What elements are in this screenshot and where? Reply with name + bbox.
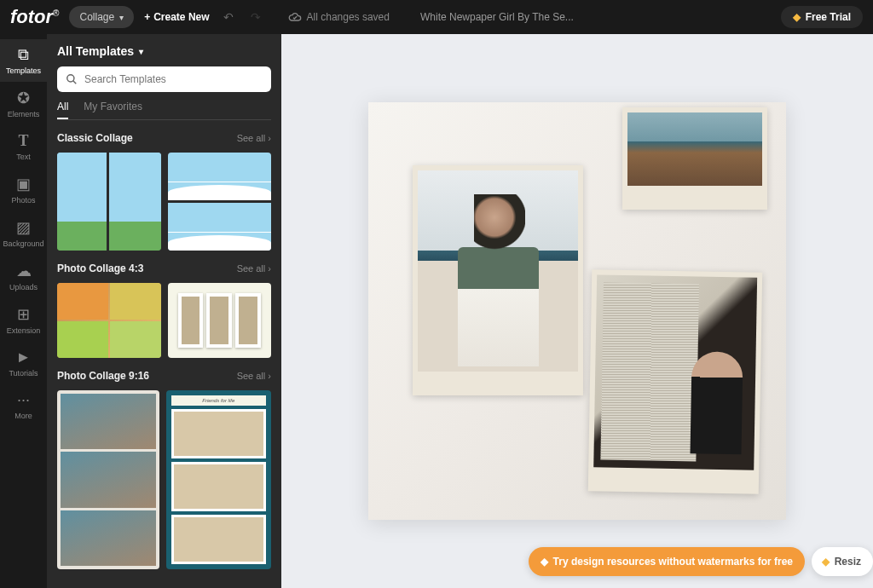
artboard[interactable]: [368, 102, 786, 520]
templates-panel: All Templates ▾ All My Favorites Classic…: [47, 34, 281, 588]
search-box[interactable]: [57, 66, 271, 92]
section-photo-43: Photo Collage 4:3 See all ›: [57, 262, 271, 274]
diamond-icon: ◆: [541, 556, 548, 568]
elements-icon: ✪: [17, 89, 30, 107]
template-thumb[interactable]: [168, 153, 272, 251]
panel-tabs: All My Favorites: [57, 101, 271, 120]
mode-dropdown[interactable]: Collage ▾: [69, 6, 134, 28]
photos-icon: ▣: [16, 175, 31, 193]
svg-point-0: [67, 75, 74, 82]
search-icon: [66, 73, 78, 85]
nav-text[interactable]: TText: [0, 125, 47, 168]
template-thumb[interactable]: [57, 390, 159, 569]
nav-templates[interactable]: ⧉Templates: [0, 39, 47, 82]
section-photo-916: Photo Collage 9:16 See all ›: [57, 370, 271, 382]
nav-elements[interactable]: ✪Elements: [0, 82, 47, 125]
diamond-icon: ◆: [793, 11, 801, 23]
uploads-icon: ☁: [16, 262, 32, 280]
nav-more[interactable]: ···More: [0, 384, 47, 427]
diamond-icon: ◆: [822, 556, 830, 568]
tab-favorites[interactable]: My Favorites: [84, 101, 142, 119]
redo-button[interactable]: ↷: [247, 10, 264, 24]
template-thumb[interactable]: [57, 153, 161, 251]
collage-photo-girl[interactable]: [413, 165, 583, 395]
template-thumb[interactable]: Friends for life: [166, 390, 272, 569]
chevron-down-icon: ▾: [139, 47, 143, 56]
free-trial-button[interactable]: ◆ Free Trial: [781, 6, 863, 28]
panel-title-dropdown[interactable]: All Templates ▾: [57, 44, 271, 58]
search-input[interactable]: [84, 73, 263, 85]
see-all-916[interactable]: See all ›: [237, 371, 271, 381]
collage-photo-coast[interactable]: [622, 107, 767, 210]
collage-photo-newspaper[interactable]: [588, 269, 763, 493]
undo-button[interactable]: ↶: [220, 10, 237, 24]
text-icon: T: [18, 132, 28, 150]
chevron-right-icon: ›: [268, 263, 271, 274]
create-new-button[interactable]: + Create New: [144, 11, 209, 23]
resize-button[interactable]: ◆ Resiz: [812, 547, 873, 576]
chevron-right-icon: ›: [268, 371, 271, 381]
canvas-area[interactable]: ◆ Try design resources without watermark…: [281, 34, 873, 588]
nav-tutorials[interactable]: ►Tutorials: [0, 342, 47, 384]
nav-extension[interactable]: ⊞Extension: [0, 298, 47, 342]
nav-uploads[interactable]: ☁Uploads: [0, 255, 47, 298]
more-icon: ···: [17, 391, 30, 409]
chevron-right-icon: ›: [268, 133, 271, 143]
template-thumb[interactable]: [57, 283, 161, 358]
see-all-classic[interactable]: See all ›: [237, 133, 271, 143]
see-all-43[interactable]: See all ›: [237, 263, 271, 274]
template-thumb[interactable]: [168, 283, 272, 358]
top-bar: fotor® Collage ▾ + Create New ↶ ↷ All ch…: [0, 0, 873, 34]
nav-background[interactable]: ▨Background: [0, 211, 47, 255]
nav-rail: ⧉Templates ✪Elements TText ▣Photos ▨Back…: [0, 34, 47, 588]
background-icon: ▨: [16, 218, 31, 237]
extension-icon: ⊞: [17, 305, 30, 324]
section-classic-collage: Classic Collage See all ›: [57, 132, 271, 144]
tab-all[interactable]: All: [57, 101, 68, 119]
nav-photos[interactable]: ▣Photos: [0, 168, 47, 211]
cloud-check-icon: [288, 10, 302, 24]
chevron-down-icon: ▾: [119, 13, 124, 22]
save-status: All changes saved: [288, 10, 390, 24]
plus-icon: +: [144, 11, 150, 23]
svg-line-1: [73, 81, 77, 84]
templates-icon: ⧉: [18, 46, 29, 64]
tutorials-icon: ►: [16, 349, 32, 366]
document-title[interactable]: White Newpaper Girl By The Se...: [420, 11, 574, 23]
promo-button[interactable]: ◆ Try design resources without watermark…: [529, 547, 805, 576]
logo: fotor®: [10, 6, 59, 28]
